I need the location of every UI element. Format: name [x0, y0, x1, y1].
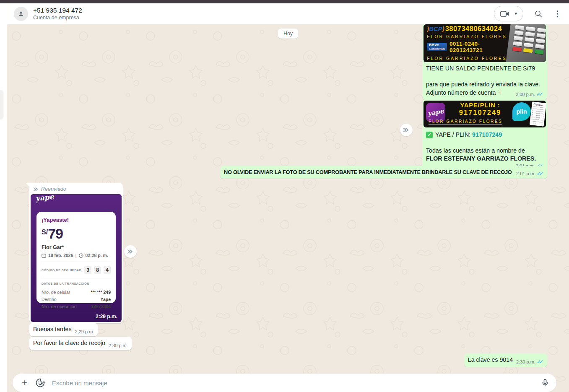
bcp-account-number: 38073480634024 — [445, 25, 502, 33]
message-receipt[interactable]: Reenviado yape ¡Yapeaste! S/79 Flor Gar* — [29, 183, 123, 323]
video-call-button[interactable]: ▾ — [494, 6, 523, 21]
pos-terminal-graphic — [506, 24, 546, 62]
security-digit: 8 — [94, 266, 101, 274]
contact-subtitle: Cuenta de empresa — [33, 14, 494, 21]
contact-info[interactable]: +51 935 194 472 Cuenta de empresa — [33, 6, 494, 21]
timestamp: 2:00 p.m. — [516, 92, 535, 97]
security-code: CÓDIGO DE SEGURIDAD 3 8 4 — [42, 266, 111, 274]
message-text: FLOR ESTEFANY GARRIAZO FLORES. — [426, 155, 543, 163]
microphone-icon — [540, 378, 550, 387]
image-timestamp: 2:29 p.m. — [96, 314, 117, 319]
calendar-icon — [42, 253, 46, 258]
message-reminder[interactable]: NO OLVIDE ENVIAR LA FOTO DE SU COMPROBAN… — [220, 166, 547, 179]
plin-logo: plin — [512, 102, 531, 121]
transaction-row: Nro. de celular*** *** 249 — [42, 290, 111, 295]
message-text: Buenas tardes — [33, 325, 72, 333]
image-phone-number: 917107249 — [449, 109, 512, 117]
read-receipt-icon: ✓✓ — [536, 91, 543, 97]
drawer-handle[interactable] — [0, 90, 3, 119]
search-button[interactable] — [534, 10, 543, 18]
message-yape-plin[interactable]: yape YAPE/PLIN : 917107249 plin FLOR GAR… — [422, 99, 547, 171]
message-key[interactable]: La clave es 9014 2:30 p.m. ✓✓ — [464, 353, 547, 367]
video-camera-icon — [500, 10, 509, 17]
read-receipt-icon: ✓✓ — [537, 359, 543, 365]
forward-icon — [127, 249, 134, 254]
conversation-panel[interactable]: Hoy )BCP) 38073480634024 FLOR GARRIAZO F… — [7, 24, 569, 392]
message-text: para que pueda retirarlo y enviarla la c… — [426, 80, 543, 88]
avatar[interactable] — [14, 7, 28, 21]
bcp-logo: )BCP) — [427, 25, 444, 32]
search-icon — [534, 10, 543, 18]
date-badge: Hoy — [278, 29, 298, 39]
browser-top-strip — [0, 0, 569, 3]
plus-icon: + — [22, 377, 28, 388]
message-input[interactable] — [52, 379, 540, 387]
receipt-amount: S/79 — [42, 226, 111, 242]
message-text: La clave es 9014 — [468, 356, 513, 364]
transaction-data-label: DATOS DE LA TRANSACCIÓN — [42, 282, 111, 285]
forward-button[interactable] — [124, 245, 137, 258]
timestamp: 2:30 p.m. — [109, 343, 128, 348]
account-holder-name: FLOR GARRIAZO FLORES — [427, 56, 511, 61]
message-bank-accounts[interactable]: )BCP) 38073480634024 FLOR GARRIAZO FLORE… — [422, 24, 547, 100]
bbva-account-number: 0011-0240-0201243721 — [449, 41, 511, 53]
message-composer: + — [13, 374, 556, 392]
chat-header: +51 935 194 472 Cuenta de empresa ▾ ⋮ — [7, 3, 569, 24]
chevron-down-icon: ▾ — [514, 11, 517, 16]
check-box-emoji: ✓ — [426, 132, 433, 138]
message-text: TIENE UN SALDO PENDIENTE DE S/79 — [426, 65, 543, 73]
person-icon — [17, 10, 25, 18]
transaction-row: DestinoYape — [42, 297, 111, 302]
attach-button[interactable]: + — [18, 378, 31, 388]
price-list-paper: Floower — [530, 101, 546, 127]
timestamp: 2:01 p.m. — [516, 171, 535, 176]
message-text: NO OLVIDE ENVIAR LA FOTO DE SU COMPROBAN… — [224, 169, 512, 175]
menu-button[interactable]: ⋮ — [553, 10, 561, 18]
header-actions: ▾ ⋮ — [494, 6, 561, 21]
forwarded-icon — [33, 187, 39, 192]
read-receipt-icon: ✓✓ — [537, 171, 543, 177]
receipt-payee: Flor Gar* — [42, 244, 111, 250]
timestamp: 2:29 p.m. — [75, 329, 94, 334]
forward-icon — [403, 127, 410, 132]
emoji-sticker-button[interactable] — [35, 378, 45, 388]
message-meta: 2:30 p.m. — [109, 343, 128, 348]
yape-brand: yape — [35, 194, 54, 202]
message-meta: 2:30 p.m. ✓✓ — [516, 359, 543, 365]
message-meta: 2:01 p.m. ✓✓ — [516, 171, 543, 177]
security-digit: 4 — [104, 266, 111, 274]
receipt-card: ¡Yapeaste! S/79 Flor Gar* 18 feb. 2026 | — [36, 212, 116, 303]
image-holder-name: FLOR GARRIAZO FLORES — [429, 119, 502, 125]
phone-number-link: 917107249 — [472, 131, 502, 138]
transaction-row: Nro. de operación18573384 — [42, 304, 111, 309]
message-request[interactable]: Por favor la clave de recojo 2:30 p.m. — [29, 337, 132, 350]
image-title: YAPE/PLIN : — [449, 102, 512, 109]
receipt-title: ¡Yapeaste! — [42, 217, 111, 223]
message-meta: 2:00 p.m. ✓✓ — [516, 91, 543, 97]
receipt-datetime: 18 feb. 2026 | 02:28 p. m. — [42, 253, 111, 258]
whatsapp-chat-window: +51 935 194 472 Cuenta de empresa ▾ ⋮ — [7, 3, 569, 392]
message-text: Por favor la clave de recojo — [33, 339, 105, 347]
message-text: Todas las cuentas están a nombre de — [426, 147, 543, 155]
left-rail — [0, 3, 7, 392]
contact-phone: +51 935 194 472 — [33, 6, 494, 14]
timestamp: 2:30 p.m. — [516, 359, 535, 364]
account-holder-name: FLOR GARRIAZO FLORES — [427, 34, 511, 39]
yape-plin-image[interactable]: yape YAPE/PLIN : 917107249 plin FLOR GAR… — [424, 101, 546, 127]
bank-image-text: )BCP) 38073480634024 FLOR GARRIAZO FLORE… — [427, 24, 511, 61]
voice-message-button[interactable] — [540, 378, 550, 387]
message-greeting[interactable]: Buenas tardes 2:29 p.m. — [29, 323, 98, 336]
pointing-down-emoji: ☟ — [497, 89, 501, 96]
clock-icon — [79, 253, 83, 258]
message-meta: 2:29 p.m. — [75, 329, 94, 334]
forwarded-label: Reenviado — [31, 184, 122, 194]
bbva-logo: BBVA Continental — [427, 43, 447, 51]
bank-accounts-image[interactable]: )BCP) 38073480634024 FLOR GARRIAZO FLORE… — [424, 24, 546, 62]
yape-receipt-image[interactable]: yape ¡Yapeaste! S/79 Flor Gar* 18 feb. 2… — [31, 194, 122, 322]
message-text: YAPE / PLIN: 917107249 — [435, 131, 502, 139]
kebab-icon: ⋮ — [553, 10, 561, 18]
forward-button[interactable] — [400, 124, 413, 136]
sticker-icon — [35, 378, 45, 388]
security-digit: 3 — [84, 266, 91, 274]
